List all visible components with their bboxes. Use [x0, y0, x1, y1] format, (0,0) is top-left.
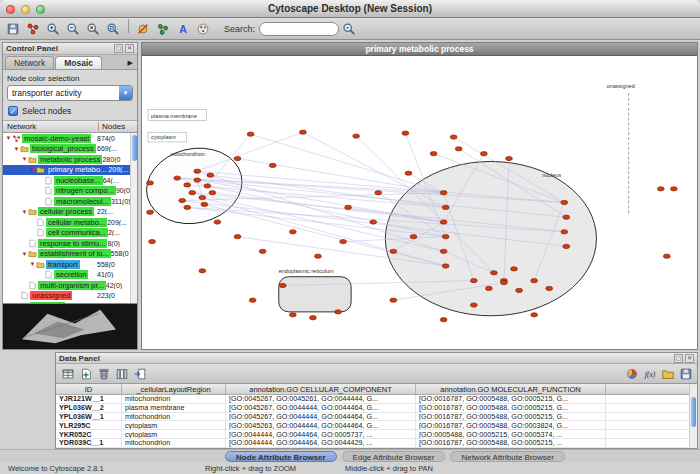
- table-cell[interactable]: YKR052C: [56, 430, 122, 438]
- table-cell[interactable]: [GO:0016787, GO:0005488, GO:0005215, ...: [416, 439, 606, 447]
- graph-node[interactable]: [485, 286, 492, 290]
- table-cell[interactable]: [GO:0045263, GO:0044444, GO:0044464, G..…: [226, 421, 416, 429]
- tree-row[interactable]: response to stimu...8(0): [3, 238, 130, 249]
- select-attributes-button[interactable]: [59, 365, 76, 382]
- graph-node[interactable]: [340, 239, 347, 243]
- create-attribute-button[interactable]: [77, 365, 94, 382]
- table-cell[interactable]: [GO:0016787, GO:0005488, GO:0005215, G..…: [416, 395, 606, 403]
- table-cell[interactable]: mitochondrion: [122, 395, 226, 403]
- graph-node[interactable]: [561, 230, 568, 234]
- tab-network-attribute-browser[interactable]: Network Attribute Browser: [450, 451, 564, 462]
- graph-node[interactable]: [511, 267, 518, 271]
- graph-node[interactable]: [207, 173, 214, 177]
- graph-node[interactable]: [289, 230, 296, 234]
- network-column-header[interactable]: Network: [3, 122, 99, 131]
- tree-row[interactable]: secretion41(0): [3, 270, 130, 281]
- graph-node[interactable]: [353, 134, 360, 138]
- node-color-dropdown[interactable]: transporter activity ▼: [7, 85, 133, 101]
- table-cell[interactable]: [GO:0016787, GO:0005488, GO:0005215, G..…: [416, 404, 606, 412]
- graph-node[interactable]: [480, 152, 487, 156]
- graph-node[interactable]: [563, 244, 570, 248]
- expand-arrow-icon[interactable]: ▼: [21, 251, 28, 257]
- graph-node[interactable]: [501, 280, 508, 284]
- hide-selected-button[interactable]: [134, 19, 153, 38]
- graph-node[interactable]: [199, 269, 206, 273]
- column-header-annotation-go-molecular-functi[interactable]: annotation.GO MOLECULAR_FUNCTION: [416, 384, 606, 394]
- tree-row[interactable]: cell communica...2(...: [3, 228, 130, 239]
- graph-node[interactable]: [194, 169, 201, 173]
- graph-node[interactable]: [194, 178, 201, 182]
- graph-node[interactable]: [375, 191, 382, 195]
- graph-node[interactable]: [410, 235, 417, 239]
- graph-node[interactable]: [199, 195, 206, 199]
- graph-node[interactable]: [390, 298, 397, 302]
- zoom-selected-button[interactable]: [84, 19, 103, 38]
- graph-node[interactable]: [442, 264, 449, 268]
- table-cell[interactable]: [GO:0045267, GO:0044444, GO:0044464, G..…: [226, 413, 416, 421]
- close-data-panel-icon[interactable]: ✕: [685, 354, 694, 363]
- column-layout-button[interactable]: [113, 365, 130, 382]
- graph-node[interactable]: [209, 191, 216, 195]
- tab-network[interactable]: Network: [5, 56, 54, 69]
- float-panel-icon[interactable]: ▢: [114, 44, 123, 53]
- graph-node[interactable]: [247, 132, 254, 136]
- column-header-id[interactable]: ID: [56, 384, 122, 394]
- table-row[interactable]: YPL036W__1mitochondrion[GO:0045267, GO:0…: [56, 413, 697, 422]
- tree-row[interactable]: nucleobase...64(...: [3, 175, 130, 186]
- tree-row[interactable]: ▼transport558(0: [3, 259, 130, 270]
- save-button[interactable]: [677, 365, 694, 382]
- graph-node[interactable]: [531, 313, 538, 317]
- graph-node[interactable]: [184, 205, 191, 209]
- tree-row[interactable]: macromolecul...311(0): [3, 196, 130, 207]
- tree-row[interactable]: unassigned223(0: [3, 291, 130, 302]
- folder-open-button[interactable]: [659, 365, 676, 382]
- expand-arrow-icon[interactable]: ▼: [5, 135, 12, 141]
- graph-node[interactable]: [405, 171, 412, 175]
- zoom-fit-button[interactable]: [104, 19, 123, 38]
- zoom-out-button[interactable]: [64, 19, 83, 38]
- graph-node[interactable]: [440, 249, 447, 253]
- annotation-button[interactable]: A: [174, 19, 193, 38]
- graph-node[interactable]: [440, 191, 447, 195]
- table-cell[interactable]: [GO:0016787, GO:0005488, GO:0003824, G..…: [416, 421, 606, 429]
- graph-node[interactable]: [201, 202, 208, 206]
- graph-node[interactable]: [506, 156, 513, 160]
- tree-row[interactable]: ▼biological_process669(...: [3, 144, 130, 155]
- table-scrollbar[interactable]: [689, 384, 697, 448]
- table-cell[interactable]: cytoplasm: [122, 430, 226, 438]
- table-cell[interactable]: YPL036W__2: [56, 404, 122, 412]
- table-cell[interactable]: mitochondrion: [122, 413, 226, 421]
- graph-node[interactable]: [516, 288, 523, 292]
- graph-node[interactable]: [402, 131, 409, 135]
- graph-node[interactable]: [234, 156, 241, 160]
- endoplasmic-reticulum-region[interactable]: [279, 277, 351, 312]
- graph-node[interactable]: [663, 254, 670, 258]
- tree-row[interactable]: nitrogen compo...90(0): [3, 186, 130, 197]
- graph-node[interactable]: [259, 249, 266, 253]
- zoom-in-button[interactable]: [44, 19, 63, 38]
- graph-node[interactable]: [269, 163, 276, 167]
- tree-row[interactable]: ▼primary metabo...209(...: [3, 165, 130, 176]
- table-row[interactable]: YKR052Ccytoplasm[GO:0044444, GO:0044464,…: [56, 430, 697, 439]
- graph-node[interactable]: [470, 303, 477, 307]
- graph-node[interactable]: [442, 235, 449, 239]
- graph-node[interactable]: [184, 183, 191, 187]
- table-cell[interactable]: YPL036W__1: [56, 413, 122, 421]
- nodes-column-header[interactable]: Nodes: [99, 122, 137, 131]
- graph-node[interactable]: [310, 316, 317, 320]
- graph-node[interactable]: [670, 187, 677, 191]
- table-cell[interactable]: [GO:0045267, GO:0044444, GO:0044464, G..…: [226, 404, 416, 412]
- search-options-button[interactable]: [340, 19, 359, 38]
- import-table-button[interactable]: [131, 365, 148, 382]
- table-row[interactable]: YDR039C__1mitochondrion[GO:0044444, GO:0…: [56, 439, 697, 448]
- column-header-annotation-go-cellular-compone[interactable]: annotation.GO CELLULAR_COMPONENT: [226, 384, 416, 394]
- zoom-window-button[interactable]: [36, 5, 45, 14]
- graph-node[interactable]: [179, 198, 186, 202]
- table-row[interactable]: YJR121W__1mitochondrion[GO:0045267, GO:0…: [56, 395, 697, 404]
- tree-scrollbar-thumb[interactable]: [132, 135, 137, 161]
- network-view-title[interactable]: primary metabolic process: [142, 43, 697, 56]
- table-cell[interactable]: YDR039C__1: [56, 439, 122, 447]
- tree-row[interactable]: ▼establishment of lo...558(0: [3, 249, 130, 260]
- graph-node[interactable]: [315, 254, 322, 258]
- graph-node[interactable]: [174, 176, 181, 180]
